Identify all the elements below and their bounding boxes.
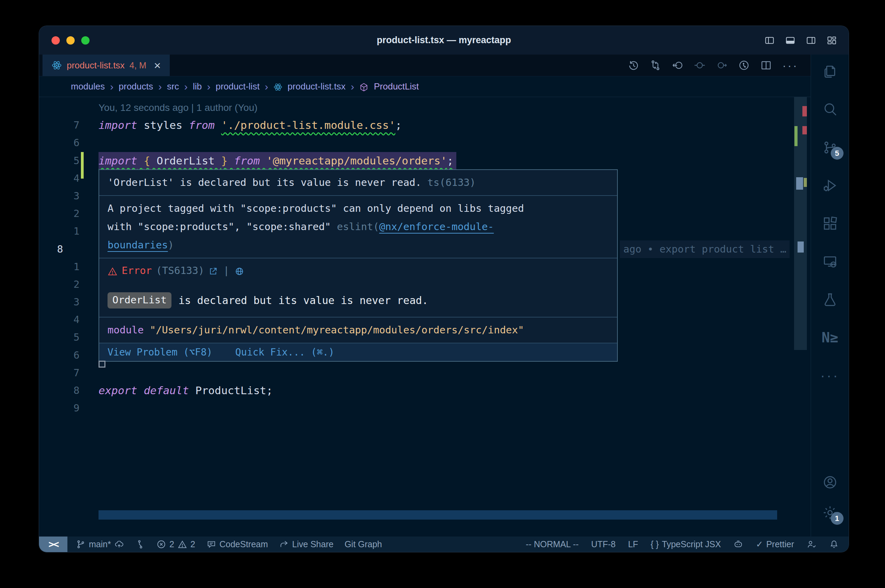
overview-added-mark	[795, 126, 798, 146]
git-branch-item[interactable]: main*	[76, 539, 124, 549]
line-number: 1	[39, 222, 80, 240]
breadcrumb-item[interactable]: src	[167, 81, 179, 92]
overview-cursor-mark	[798, 242, 804, 252]
module-path: "/Users/juri/nrwl/content/myreactapp/mod…	[150, 324, 524, 336]
minimize-window-button[interactable]	[66, 36, 75, 45]
warning-triangle-icon	[108, 265, 117, 276]
breadcrumb-item[interactable]: product-list	[216, 81, 260, 92]
line-number: 2	[39, 205, 80, 222]
tooltip-module-section: module "/Users/juri/nrwl/content/myreact…	[99, 317, 617, 343]
run-and-debug-icon[interactable]	[822, 178, 838, 194]
toggle-primary-sidebar-icon[interactable]	[764, 35, 775, 46]
line-number: 5	[39, 328, 80, 346]
warning-count: 2	[191, 539, 195, 549]
source-control-icon[interactable]: 5	[822, 140, 838, 156]
traffic-lights	[39, 36, 90, 45]
copilot-item[interactable]	[733, 539, 743, 549]
chevron-right-icon: ›	[350, 81, 354, 93]
line-number: 7	[39, 116, 80, 134]
error-label: Error	[122, 265, 152, 276]
lint-message-line: boundaries)	[108, 236, 609, 254]
feedback-item[interactable]	[807, 539, 817, 549]
close-window-button[interactable]	[51, 36, 60, 45]
titlebar: product-list.tsx — myreactapp	[39, 26, 849, 55]
more-views-icon[interactable]: ···	[820, 368, 839, 384]
testing-beaker-icon[interactable]	[822, 292, 838, 308]
code-line[interactable]: 7import styles from './product-list.modu…	[39, 116, 811, 134]
window-title: product-list.tsx — myreactapp	[377, 35, 511, 46]
code-line[interactable]: 7	[39, 364, 811, 382]
blame-annotation-line: You, 12 seconds ago | 1 author (You)	[39, 99, 811, 116]
problems-item[interactable]: 22	[156, 539, 195, 549]
editor-actions: ···	[627, 55, 811, 76]
breadcrumb-item[interactable]: products	[119, 81, 153, 92]
diagnostic-source: ts(6133)	[427, 177, 476, 188]
remote-indicator[interactable]: ><	[39, 537, 68, 552]
breadcrumb-item[interactable]: lib	[193, 81, 202, 92]
chevron-right-icon: ›	[207, 81, 210, 93]
open-change-icon[interactable]	[672, 59, 684, 71]
eol-item[interactable]: LF	[628, 539, 638, 549]
lint-rule-link[interactable]: @nx/enforce-module-	[379, 221, 494, 232]
line-number: 1	[39, 258, 80, 276]
previous-change-icon[interactable]	[694, 59, 706, 71]
lint-rule-link[interactable]: boundaries	[108, 239, 168, 251]
extensions-icon[interactable]	[822, 216, 838, 231]
tooltip-error-section: Error (TS6133) | OrderList is declared b…	[99, 258, 617, 317]
history-icon[interactable]	[627, 59, 639, 71]
symbol-chip: OrderList	[108, 292, 171, 309]
horizontal-scrollbar[interactable]	[99, 510, 777, 520]
commit-graph-icon[interactable]	[738, 59, 750, 71]
prettier-item[interactable]: ✓Prettier	[756, 539, 794, 549]
tab-product-list[interactable]: product-list.tsx 4, M ×	[42, 55, 170, 76]
nx-console-icon[interactable]: N≥	[821, 330, 838, 345]
customize-layout-icon[interactable]	[826, 35, 837, 46]
remote-explorer-icon[interactable]	[822, 254, 838, 270]
code-line-highlighted[interactable]: 5import { OrderList } from '@myreactapp/…	[39, 152, 811, 170]
status-bar: >< main* 22 CodeStream Live Share Git Gr…	[39, 537, 849, 552]
globe-icon[interactable]	[235, 265, 244, 276]
tab-bar: product-list.tsx 4, M × ···	[39, 55, 811, 76]
breadcrumb-file[interactable]: product-list.tsx	[288, 81, 346, 92]
codestream-item[interactable]: CodeStream	[206, 539, 268, 549]
vim-mode-indicator[interactable]: -- NORMAL --	[526, 539, 579, 549]
more-actions-icon[interactable]: ···	[782, 59, 798, 71]
error-circle-icon	[156, 539, 166, 549]
search-icon[interactable]	[822, 102, 838, 117]
line-number: 2	[39, 276, 80, 293]
encoding-item[interactable]: UTF-8	[591, 539, 616, 549]
close-tab-icon[interactable]: ×	[154, 59, 161, 71]
maximize-window-button[interactable]	[81, 36, 90, 45]
open-docs-external-icon[interactable]	[209, 265, 218, 276]
live-share-item[interactable]: Live Share	[279, 539, 334, 549]
split-editor-icon[interactable]	[760, 59, 772, 71]
code-line[interactable]: 6	[39, 134, 811, 152]
gitlens-item[interactable]	[135, 539, 145, 549]
compare-changes-icon[interactable]	[649, 59, 661, 71]
error-description: is declared but its value is never read.	[178, 294, 428, 306]
status-bar-right: -- NORMAL -- UTF-8 LF { }TypeScript JSX …	[526, 539, 849, 549]
code-line[interactable]: 9	[39, 399, 811, 417]
code-line[interactable]: 8export default ProductList;	[39, 382, 811, 399]
breadcrumb-symbol[interactable]: ProductList	[374, 81, 419, 92]
language-mode-item[interactable]: { }TypeScript JSX	[651, 539, 721, 549]
git-graph-item[interactable]: Git Graph	[345, 539, 382, 549]
overview-selection-mark	[796, 177, 803, 190]
view-problem-link[interactable]: View Problem (⌥F8)	[108, 346, 212, 358]
breadcrumb-item[interactable]: modules	[71, 81, 105, 92]
cloud-upload-icon	[114, 539, 124, 549]
quick-fix-link[interactable]: Quick Fix... (⌘.)	[235, 346, 334, 358]
toggle-panel-icon[interactable]	[785, 35, 795, 46]
code-editor[interactable]: You, 12 seconds ago | 1 author (You) 7im…	[39, 97, 811, 537]
warning-triangle-icon	[177, 539, 187, 549]
account-icon[interactable]	[822, 474, 838, 490]
notifications-bell-icon[interactable]	[829, 539, 839, 549]
check-icon: ✓	[756, 539, 763, 549]
next-change-icon[interactable]	[716, 59, 728, 71]
explorer-icon[interactable]	[822, 64, 838, 80]
line-number: 6	[39, 346, 80, 364]
settings-gear-icon[interactable]: 1	[822, 505, 838, 520]
lint-message-line: A project tagged with "scope:products" c…	[108, 200, 609, 218]
toggle-secondary-sidebar-icon[interactable]	[806, 35, 816, 46]
tooltip-resize-handle[interactable]	[99, 361, 105, 368]
